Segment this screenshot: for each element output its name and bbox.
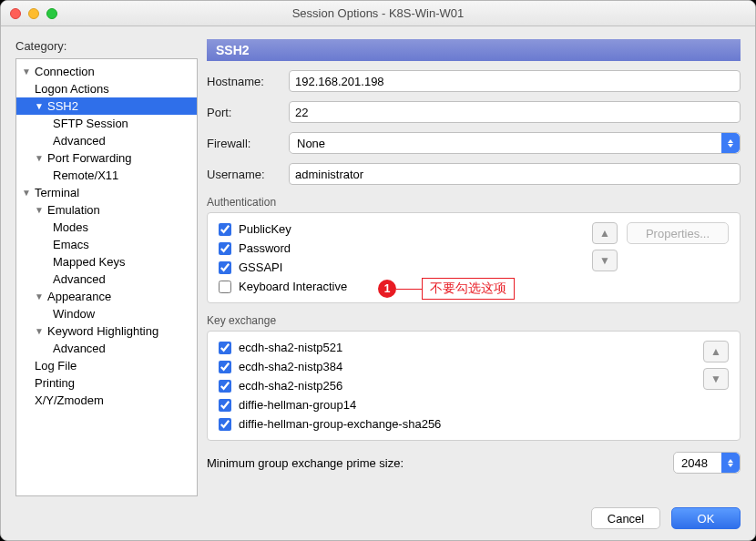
category-tree[interactable]: ▼Connection Logon Actions ▼SSH2 SFTP Ses… (15, 58, 198, 496)
kex-label: ecdh-sha2-nistp521 (239, 341, 342, 354)
auth-password-checkbox[interactable] (219, 242, 231, 255)
tree-advanced2[interactable]: Advanced (16, 270, 197, 288)
arrow-down-icon: ▼ (599, 254, 610, 267)
connection-form: Hostname: Port: Firewall: None Username: (207, 70, 741, 185)
username-input[interactable] (289, 163, 741, 185)
firewall-label: Firewall: (207, 137, 281, 150)
window-controls (10, 8, 57, 19)
arrow-down-icon: ▼ (710, 373, 721, 385)
chevron-down-icon: ▼ (22, 66, 33, 77)
tree-ssh2[interactable]: ▼SSH2 (16, 97, 197, 115)
kex-move-up-button[interactable]: ▲ (703, 341, 729, 362)
tree-modes[interactable]: Modes (16, 219, 197, 236)
port-label: Port: (207, 106, 281, 119)
session-options-window: Session Options - K8S-Win-W01 Category: … (0, 0, 756, 541)
min-group-select[interactable]: 2048 (673, 452, 741, 474)
tree-printing[interactable]: Printing (16, 374, 197, 392)
tree-terminal[interactable]: ▼Terminal (16, 184, 197, 201)
kex-row[interactable]: ecdh-sha2-nistp521 (219, 341, 694, 354)
kex-group-label: Key exchange (207, 314, 741, 327)
settings-panel: SSH2 Hostname: Port: Firewall: None User… (207, 39, 741, 496)
hostname-input[interactable] (289, 70, 741, 92)
auth-publickey-label: PublicKey (239, 222, 291, 236)
hostname-label: Hostname: (207, 75, 281, 88)
tree-appearance[interactable]: ▼Appearance (16, 288, 197, 305)
auth-side-buttons: ▲ ▼ (592, 222, 618, 293)
maximize-icon[interactable] (46, 8, 57, 19)
kex-checkbox[interactable] (219, 418, 231, 431)
tree-remote-x11[interactable]: Remote/X11 (16, 167, 197, 184)
tree-window[interactable]: Window (16, 305, 197, 322)
chevron-down-icon: ▼ (35, 101, 46, 111)
auth-group-label: Authentication (207, 196, 741, 209)
chevron-down-icon: ▼ (35, 326, 46, 336)
properties-col: Properties... (627, 222, 729, 293)
close-icon[interactable] (10, 8, 21, 19)
kex-group: ecdh-sha2-nistp521 ecdh-sha2-nistp384 ec… (207, 331, 741, 441)
auth-gssapi-label: GSSAPI (239, 260, 282, 274)
auth-keyboard-interactive-checkbox[interactable] (219, 281, 231, 293)
kex-row[interactable]: diffie-hellman-group-exchange-sha256 (219, 417, 694, 431)
ok-button[interactable]: OK (671, 507, 741, 529)
tree-emulation[interactable]: ▼Emulation (16, 201, 197, 219)
properties-button[interactable]: Properties... (627, 222, 729, 244)
arrow-up-icon: ▲ (599, 227, 610, 240)
kex-row[interactable]: diffie-hellman-group14 (219, 398, 694, 412)
chevron-down-icon: ▼ (35, 291, 46, 301)
tree-xyzmodem[interactable]: X/Y/Zmodem (16, 392, 197, 409)
tree-advanced3[interactable]: Advanced (16, 340, 197, 357)
kex-checkbox[interactable] (219, 342, 231, 354)
move-up-button[interactable]: ▲ (592, 222, 618, 244)
kex-side-buttons: ▲ ▼ (703, 341, 729, 431)
tree-log-file[interactable]: Log File (16, 357, 197, 374)
auth-publickey-row[interactable]: PublicKey (219, 222, 583, 236)
username-label: Username: (207, 168, 281, 181)
kex-move-down-button[interactable]: ▼ (703, 368, 729, 390)
auth-gssapi-checkbox[interactable] (219, 261, 231, 274)
min-group-label: Minimum group exchange prime size: (207, 456, 404, 470)
category-column: Category: ▼Connection Logon Actions ▼SSH… (15, 39, 198, 496)
auth-keyboard-interactive-row[interactable]: Keyboard Interactive 1 不要勾选这项 (219, 280, 583, 293)
kex-checkbox[interactable] (219, 380, 231, 393)
tree-port-forwarding[interactable]: ▼Port Forwarding (16, 149, 197, 167)
min-group-value: 2048 (681, 456, 708, 470)
auth-password-row[interactable]: Password (219, 241, 583, 255)
minimize-icon[interactable] (28, 8, 39, 19)
kex-checkbox[interactable] (219, 399, 231, 412)
auth-group: PublicKey Password GSSAPI Keyboard (207, 212, 741, 303)
tree-sftp-session[interactable]: SFTP Session (16, 115, 197, 132)
auth-publickey-checkbox[interactable] (219, 223, 231, 236)
tree-keyword-highlighting[interactable]: ▼Keyword Highlighting (16, 322, 197, 340)
annotation-text: 不要勾选这项 (422, 278, 515, 300)
content: Category: ▼Connection Logon Actions ▼SSH… (1, 26, 755, 540)
chevron-updown-icon (721, 133, 740, 153)
annotation-number: 1 (378, 280, 396, 298)
chevron-updown-icon (721, 453, 740, 473)
auth-gssapi-row[interactable]: GSSAPI (219, 260, 583, 274)
chevron-down-icon: ▼ (22, 188, 33, 198)
category-label: Category: (15, 39, 198, 53)
kex-label: diffie-hellman-group14 (239, 398, 356, 412)
tree-connection[interactable]: ▼Connection (16, 63, 197, 80)
firewall-select[interactable]: None (289, 132, 741, 154)
move-down-button[interactable]: ▼ (592, 250, 618, 271)
tree-emacs[interactable]: Emacs (16, 236, 197, 253)
cancel-button[interactable]: Cancel (591, 507, 660, 529)
section-title: SSH2 (207, 39, 741, 61)
kex-label: ecdh-sha2-nistp256 (239, 379, 342, 393)
kex-row[interactable]: ecdh-sha2-nistp384 (219, 360, 694, 373)
window-title: Session Options - K8S-Win-W01 (1, 6, 755, 20)
annotation: 1 不要勾选这项 (378, 278, 515, 300)
tree-mapped-keys[interactable]: Mapped Keys (16, 253, 197, 270)
port-input[interactable] (289, 101, 741, 123)
kex-row[interactable]: ecdh-sha2-nistp256 (219, 379, 694, 393)
kex-list: ecdh-sha2-nistp521 ecdh-sha2-nistp384 ec… (219, 341, 694, 431)
min-group-row: Minimum group exchange prime size: 2048 (207, 452, 741, 474)
annotation-line (396, 289, 422, 290)
kex-checkbox[interactable] (219, 361, 231, 373)
chevron-down-icon: ▼ (35, 153, 46, 163)
auth-list: PublicKey Password GSSAPI Keyboard (219, 222, 583, 293)
kex-label: diffie-hellman-group-exchange-sha256 (239, 417, 441, 431)
tree-advanced[interactable]: Advanced (16, 132, 197, 149)
tree-logon-actions[interactable]: Logon Actions (16, 80, 197, 97)
